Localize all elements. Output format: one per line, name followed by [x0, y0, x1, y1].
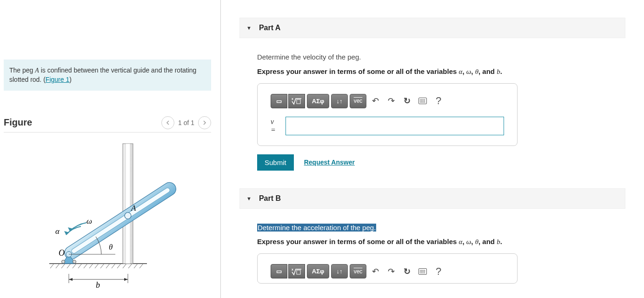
part-b-prompt: Determine the acceleration of the peg.	[257, 224, 376, 232]
vec-button[interactable]: vec	[350, 94, 366, 108]
greek-button[interactable]: ΑΣφ	[307, 94, 329, 108]
collapse-icon: ▼	[246, 196, 252, 201]
label-omega: ω	[86, 217, 92, 225]
keyboard-button[interactable]	[416, 94, 430, 108]
svg-line-13	[117, 264, 121, 268]
svg-rect-21	[71, 187, 171, 254]
svg-marker-29	[68, 227, 73, 231]
label-alpha: α	[55, 227, 60, 236]
templates-icon: ▭	[276, 98, 282, 105]
greek-icon: ΑΣφ	[312, 98, 325, 105]
reset-button[interactable]: ↻	[400, 265, 414, 278]
part-b-header[interactable]: ▼ Part B	[239, 188, 625, 209]
help-button[interactable]: ?	[432, 94, 445, 108]
sqrt-icon: x	[292, 267, 302, 276]
figure-counter: 1 of 1	[178, 119, 194, 126]
part-a-title: Part A	[259, 24, 281, 32]
undo-button[interactable]: ↶	[368, 94, 382, 108]
equation-toolbar: ▭ x ΑΣφ ↓↑ vec ↶	[271, 264, 504, 278]
request-answer-link[interactable]: Request Answer	[304, 159, 355, 166]
svg-point-25	[73, 260, 76, 263]
svg-line-10	[100, 264, 104, 268]
label-peg: A	[131, 204, 136, 212]
figure-prev-button[interactable]	[161, 116, 174, 129]
left-column: The peg A is confined between the vertic…	[0, 0, 221, 298]
part-a-answer-box: ▭ x ΑΣφ ↓↑ vec ↶	[257, 83, 518, 146]
figure-link[interactable]: Figure 1	[46, 76, 69, 83]
collapse-icon: ▼	[246, 25, 252, 31]
subsup-icon: ↓↑	[337, 268, 343, 275]
redo-button[interactable]: ↷	[384, 265, 398, 278]
var-theta: θ	[475, 68, 478, 75]
subsup-button[interactable]: ↓↑	[331, 264, 348, 278]
svg-rect-38	[297, 270, 300, 274]
svg-line-15	[128, 264, 132, 268]
part-a-body: Determine the velocity of the peg. Expre…	[239, 38, 625, 171]
instr-suffix: .	[500, 67, 502, 75]
label-b: b	[96, 280, 100, 290]
figure-next-button[interactable]	[198, 116, 211, 129]
part-a-header[interactable]: ▼ Part A	[239, 18, 625, 38]
redo-icon: ↷	[388, 96, 395, 106]
mechanism-svg: O A α ω θ b	[31, 139, 184, 297]
sqrt-button[interactable]: x	[288, 264, 305, 278]
subsup-icon: ↓↑	[337, 98, 343, 105]
problem-text-suffix: )	[69, 76, 72, 83]
chevron-right-icon	[202, 120, 207, 125]
keyboard-button[interactable]	[416, 265, 430, 278]
greek-button[interactable]: ΑΣφ	[307, 264, 329, 278]
svg-text:x: x	[292, 268, 293, 271]
svg-marker-34	[124, 278, 128, 281]
undo-icon: ↶	[372, 266, 379, 277]
submit-button[interactable]: Submit	[257, 154, 294, 171]
figure-header: Figure 1 of 1	[4, 116, 211, 132]
svg-line-16	[134, 264, 138, 268]
greek-icon: ΑΣφ	[312, 268, 325, 275]
vec-button[interactable]: vec	[350, 264, 366, 278]
help-button[interactable]: ?	[432, 265, 445, 278]
svg-line-9	[95, 264, 99, 268]
toolbar-group-modes: ▭ x	[271, 264, 305, 278]
undo-icon: ↶	[372, 96, 379, 106]
part-b-body: Determine the acceleration of the peg. E…	[239, 209, 625, 284]
var-theta: θ	[475, 238, 478, 245]
templates-button[interactable]: ▭	[271, 94, 287, 108]
var-omega: ω	[466, 238, 471, 245]
svg-point-24	[62, 260, 65, 263]
answer-label-v: v =	[271, 118, 280, 134]
part-b-section: ▼ Part B Determine the acceleration of t…	[239, 188, 625, 284]
part-a-section: ▼ Part A Determine the velocity of the p…	[239, 18, 625, 171]
instr-prefix: Express your answer in terms of some or …	[257, 238, 459, 245]
svg-line-14	[123, 264, 126, 268]
answer-row: v =	[271, 117, 504, 135]
figure-diagram: O A α ω θ b	[4, 139, 211, 297]
answer-input-v[interactable]	[285, 117, 504, 135]
chevron-left-icon	[166, 120, 170, 125]
redo-icon: ↷	[388, 266, 395, 277]
equation-toolbar: ▭ x ΑΣφ ↓↑ vec ↶	[271, 94, 504, 108]
svg-line-8	[89, 264, 93, 268]
templates-icon: ▭	[276, 268, 282, 275]
part-b-answer-box: ▭ x ΑΣφ ↓↑ vec ↶	[257, 253, 518, 284]
right-column: ▼ Part A Determine the velocity of the p…	[221, 0, 644, 298]
problem-statement: The peg A is confined between the vertic…	[4, 60, 211, 91]
peg-variable: A	[35, 67, 39, 74]
var-b: b	[497, 68, 500, 75]
svg-line-12	[112, 264, 115, 268]
redo-button[interactable]: ↷	[384, 94, 398, 108]
undo-button[interactable]: ↶	[368, 265, 382, 278]
toolbar-group-modes: ▭ x	[271, 94, 305, 108]
label-origin: O	[59, 248, 65, 258]
svg-line-4	[67, 264, 71, 268]
sqrt-button[interactable]: x	[288, 94, 305, 108]
figure-nav: 1 of 1	[161, 116, 211, 129]
svg-line-6	[78, 264, 82, 268]
templates-button[interactable]: ▭	[271, 264, 287, 278]
svg-line-7	[84, 264, 87, 268]
subsup-button[interactable]: ↓↑	[331, 94, 348, 108]
instr-prefix: Express your answer in terms of some or …	[257, 67, 459, 75]
svg-marker-33	[69, 278, 73, 281]
reset-icon: ↻	[404, 266, 411, 277]
part-b-instruction: Express your answer in terms of some or …	[257, 238, 625, 246]
reset-button[interactable]: ↻	[400, 94, 414, 108]
